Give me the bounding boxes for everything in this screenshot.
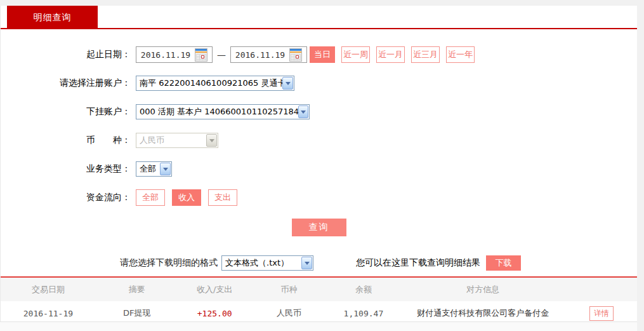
header-currency: 币种 xyxy=(251,284,327,295)
chevron-down-icon xyxy=(298,105,308,118)
currency-row: 币 种： 人民币 xyxy=(1,132,637,149)
calendar-day-marker xyxy=(296,55,299,58)
sub-account-value: 000 活期 基本户 1406600101102571848 xyxy=(140,106,298,118)
registered-account-value: 南平 6222001406100921065 灵通卡 xyxy=(140,78,282,89)
row-trade-date: 2016-11-19 xyxy=(1,309,96,318)
header-income-expense: 收入/支出 xyxy=(178,284,251,295)
header-trade-date: 交易日期 xyxy=(1,284,96,295)
start-date-input[interactable] xyxy=(136,48,195,62)
registered-account-select[interactable]: 南平 6222001406100921065 灵通卡 xyxy=(136,76,294,91)
business-type-label: 业务类型： xyxy=(1,163,131,175)
currency-value: 人民币 xyxy=(140,135,164,146)
calendar-icon[interactable] xyxy=(195,48,207,62)
start-date-box xyxy=(136,46,213,63)
download-button[interactable]: 下载 xyxy=(486,255,521,271)
sub-account-label: 下挂账户： xyxy=(1,106,131,118)
fund-flow-income-button[interactable]: 收入 xyxy=(172,189,201,206)
download-hint: 您可以在这里下载查询明细结果 xyxy=(356,257,480,269)
download-format-select[interactable]: 文本格式（.txt） xyxy=(221,255,313,271)
currency-select: 人民币 xyxy=(136,133,218,148)
row-counterparty: 财付通支付科技有限公司客户备付金 xyxy=(400,307,566,319)
quick-range-year-button[interactable]: 近一年 xyxy=(446,46,475,63)
row-currency: 人民币 xyxy=(251,307,327,319)
sub-account-select[interactable]: 000 活期 基本户 1406600101102571848 xyxy=(136,104,310,119)
detail-button[interactable]: 详情 xyxy=(589,306,614,321)
chevron-down-icon xyxy=(282,77,293,90)
download-format-value: 文本格式（.txt） xyxy=(225,257,289,269)
row-amount: +125.00 xyxy=(178,309,251,318)
row-balance: 1,109.47 xyxy=(327,309,400,318)
results-table: 交易日期 摘要 收入/支出 币种 余额 对方信息 2016-11-19 DF提现… xyxy=(1,276,637,326)
sub-account-row: 下挂账户： 000 活期 基本户 1406600101102571848 xyxy=(1,104,637,120)
query-button[interactable]: 查询 xyxy=(292,219,346,236)
currency-label: 币 种： xyxy=(1,135,131,146)
date-range-label: 起止日期： xyxy=(1,49,131,60)
registered-account-label: 请选择注册账户： xyxy=(1,78,131,89)
registered-account-row: 请选择注册账户： 南平 6222001406100921065 灵通卡 xyxy=(1,75,637,91)
end-date-input[interactable] xyxy=(231,48,289,62)
calendar-icon[interactable] xyxy=(289,48,302,62)
end-date-box xyxy=(230,46,307,63)
fund-flow-expense-button[interactable]: 支出 xyxy=(208,189,237,206)
date-range-row: 起止日期： — 当日 近一周 近一月 近三月 近一年 xyxy=(1,46,637,63)
date-range-separator: — xyxy=(217,50,226,60)
download-row: 请您选择下载明细的格式 文本格式（.txt） 您可以在这里下载查询明细结果 下载 xyxy=(120,255,637,271)
header-summary: 摘要 xyxy=(96,284,178,295)
table-header-row: 交易日期 摘要 收入/支出 币种 余额 对方信息 xyxy=(1,278,637,301)
chevron-down-icon xyxy=(160,163,171,175)
header-counterparty: 对方信息 xyxy=(400,284,566,295)
download-format-label: 请您选择下载明细的格式 xyxy=(120,257,218,269)
right-strip xyxy=(637,0,644,331)
chevron-down-icon xyxy=(206,134,217,147)
business-type-select[interactable]: 全部 xyxy=(136,161,172,177)
business-type-row: 业务类型： 全部 xyxy=(1,161,637,177)
quick-range-today-button[interactable]: 当日 xyxy=(310,46,335,63)
quick-range-week-button[interactable]: 近一周 xyxy=(341,46,370,63)
fund-flow-row: 资金流向： 全部 收入 支出 xyxy=(1,189,637,206)
bottom-strip xyxy=(0,321,637,331)
query-form: 起止日期： — 当日 近一周 近一月 近三月 近一年 请选择注册账户： xyxy=(1,6,637,326)
quick-range-quarter-button[interactable]: 近三月 xyxy=(411,46,440,63)
tab-underline xyxy=(1,28,638,29)
row-summary: DF提现 xyxy=(96,307,178,319)
quick-range-month-button[interactable]: 近一月 xyxy=(376,46,405,63)
chevron-down-icon xyxy=(301,257,312,269)
tab-detail-query[interactable]: 明细查询 xyxy=(7,6,98,29)
content-panel: 明细查询 起止日期： — 当日 近一周 近一月 近三月 近一年 xyxy=(0,6,637,331)
detail-query-page: 明细查询 起止日期： — 当日 近一周 近一月 近三月 近一年 xyxy=(0,0,644,331)
row-action-cell: 详情 xyxy=(566,306,637,321)
calendar-day-marker xyxy=(201,55,204,58)
fund-flow-label: 资金流向： xyxy=(1,192,131,203)
fund-flow-all-button[interactable]: 全部 xyxy=(136,189,165,206)
header-balance: 余额 xyxy=(327,284,400,295)
business-type-value: 全部 xyxy=(140,163,156,175)
